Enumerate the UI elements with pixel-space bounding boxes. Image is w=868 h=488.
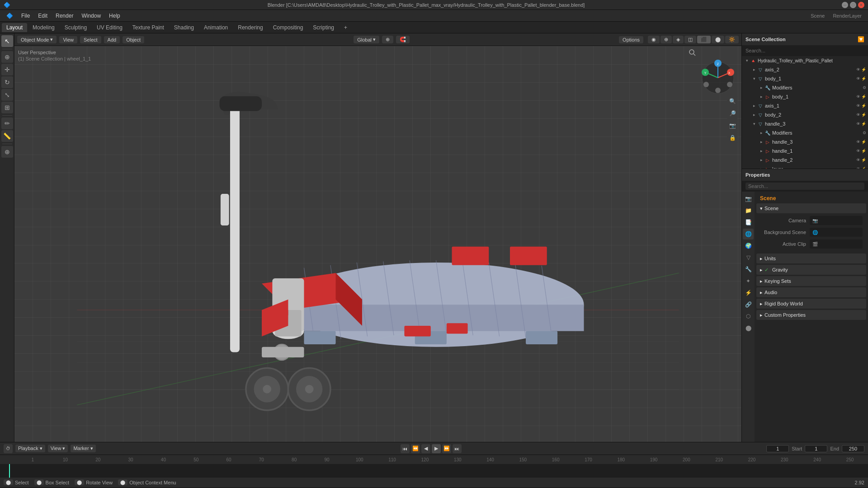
playback-menu[interactable]: Playback ▾ [15,445,45,452]
timeline-scrub[interactable] [0,464,868,478]
expand-axis2[interactable]: ▸ [751,66,757,73]
tool-annotate[interactable]: ✏ [1,117,13,129]
prop-material-btn[interactable]: ⬤ [743,323,754,333]
tab-compositing[interactable]: Compositing [269,23,308,32]
tab-texture-paint[interactable]: Texture Paint [128,23,169,32]
tool-measure[interactable]: 📏 [1,130,13,142]
menu-file[interactable]: File [18,12,33,20]
section-scene-header[interactable]: ▾ Scene [756,203,866,213]
marker-menu[interactable]: Marker ▾ [71,445,95,452]
expand-handle3b[interactable]: ▸ [758,139,764,145]
tab-animation[interactable]: Animation [199,23,232,32]
outliner-filter-icon[interactable]: 🔽 [858,36,864,42]
prop-object-btn[interactable]: ▽ [743,252,754,263]
timeline-view-menu[interactable]: View ▾ [48,445,68,452]
properties-search-input[interactable] [745,183,864,190]
tree-item-handle3[interactable]: ▾ ▽ handle_3 👁⚡ [742,119,868,128]
tool-move[interactable]: ✛ [1,64,13,75]
viewport-material-btn[interactable]: ⬤ [712,36,724,43]
tool-add[interactable]: ⊕ [1,146,13,158]
expand-body2[interactable]: ▸ [751,112,757,118]
tool-select[interactable]: ↖ [1,35,13,47]
snap-toggle[interactable]: 🧲 [396,36,410,43]
tab-modeling[interactable]: Modeling [28,23,59,32]
tool-transform[interactable]: ⊞ [1,102,13,113]
prop-scene-btn[interactable]: 🌐 [743,229,754,239]
tree-item-axis2[interactable]: ▸ ▽ axis_2 👁⚡ [742,65,868,74]
tree-item-axis1[interactable]: ▸ ▽ axis_1 👁⚡ [742,101,868,110]
tool-rotate[interactable]: ↻ [1,76,13,88]
tab-layout[interactable]: Layout [2,23,27,32]
prop-output-btn[interactable]: 📁 [743,205,754,216]
tab-add[interactable]: + [340,23,352,32]
menu-edit[interactable]: Edit [34,12,51,20]
prop-view-layer-btn[interactable]: 📑 [743,217,754,228]
expand-lever[interactable]: ▸ [758,166,764,169]
tree-item-handle1[interactable]: ▸ ▷ handle_1 👁⚡ [742,146,868,155]
menu-help[interactable]: Help [105,12,124,20]
prop-render-btn[interactable]: 📷 [743,193,754,204]
prop-constraints-btn[interactable]: 🔗 [743,299,754,310]
expand-body1b[interactable]: ▸ [758,94,764,100]
prop-camera-value[interactable]: 📷 [810,216,863,225]
tree-item-modifiers3[interactable]: ▸ 🔧 Modifiers ⚙ [742,128,868,137]
expand-handle2[interactable]: ▸ [758,157,764,163]
prop-active-clip-value[interactable]: 🎬 [810,239,863,249]
tab-shading[interactable]: Shading [170,23,198,32]
prop-data-btn[interactable]: ⬡ [743,311,754,322]
tree-item-root[interactable]: ▾ 🔺 Hydraulic_Trolley_with_Plastic_Palle… [742,56,868,65]
minimize-button[interactable]: ─ [842,2,848,8]
end-frame-input[interactable] [842,445,864,452]
tree-item-body1[interactable]: ▾ ▽ body_1 👁⚡ [742,74,868,83]
section-rigid-body-header[interactable]: ▸ Rigid Body World [756,299,866,309]
transform-dropdown[interactable]: Global ▾ [354,36,379,43]
viewport[interactable]: Object Mode ▾ View Select Add Object Glo… [14,33,741,442]
current-frame-input[interactable] [766,445,789,452]
jump-end-btn[interactable]: ⏭ [453,444,462,453]
zoom-out-btn[interactable]: 🔎 [727,108,738,119]
zoom-in-btn[interactable]: 🔍 [727,96,738,107]
tab-uv-editing[interactable]: UV Editing [92,23,127,32]
expand-modifiers1[interactable]: ▸ [758,84,764,91]
expand-handle3[interactable]: ▾ [751,121,757,127]
view-menu[interactable]: View [59,36,77,43]
section-units-header[interactable]: ▸ Units [756,253,866,263]
start-frame-input[interactable] [805,445,827,452]
tab-scripting[interactable]: Scripting [308,23,339,32]
tab-rendering[interactable]: Rendering [233,23,267,32]
next-frame-btn[interactable]: ⏩ [442,444,451,453]
timeline-area[interactable]: 1 10 20 30 40 50 60 70 80 90 100 110 120… [0,455,868,477]
viewport-xray-btn[interactable]: ◈ [673,36,684,43]
prop-modifier-btn[interactable]: 🔧 [743,264,754,275]
nav-gizmo[interactable]: X Y Z [700,60,736,96]
viewport-gizmo-btn[interactable]: ⊕ [660,36,672,43]
menu-window[interactable]: Window [78,12,104,20]
menu-render[interactable]: Render [52,12,77,20]
tool-cursor[interactable]: ⊕ [1,51,13,63]
prop-particles-btn[interactable]: ✦ [743,276,754,286]
section-keying-sets-header[interactable]: ▸ Keying Sets [756,276,866,286]
prev-frame-btn[interactable]: ⏪ [411,444,420,453]
play-backward-btn[interactable]: ◀ [421,444,430,453]
viewport-search-btn[interactable] [688,48,696,58]
viewport-render-btn[interactable]: 🔆 [725,36,739,43]
tool-scale[interactable]: ⤡ [1,89,13,101]
section-gravity-header[interactable]: ▸ ✓ Gravity [756,265,866,275]
play-forward-btn[interactable]: ▶ [432,444,441,453]
viewport-options-btn[interactable]: Options [619,36,643,43]
jump-start-btn[interactable]: ⏮ [401,444,410,453]
mode-selector[interactable]: Object Mode ▾ [17,36,57,43]
object-menu[interactable]: Object [123,36,144,43]
expand-modifiers3[interactable]: ▸ [758,130,764,136]
tree-item-body2[interactable]: ▸ ▽ body_2 👁⚡ [742,110,868,119]
close-button[interactable]: ✕ [858,2,864,8]
expand-body1[interactable]: ▾ [751,75,757,82]
tree-item-handle3b[interactable]: ▸ ▷ handle_3 👁⚡ [742,137,868,146]
viewport-wire-btn[interactable]: ◫ [684,36,696,43]
tree-item-body1b[interactable]: ▸ ▷ body_1 👁⚡ [742,92,868,101]
expand-axis1[interactable]: ▸ [751,103,757,109]
add-menu[interactable]: Add [104,36,120,43]
select-menu[interactable]: Select [80,36,101,43]
camera-btn[interactable]: 📷 [727,120,738,131]
outliner-search-input[interactable] [742,45,868,56]
